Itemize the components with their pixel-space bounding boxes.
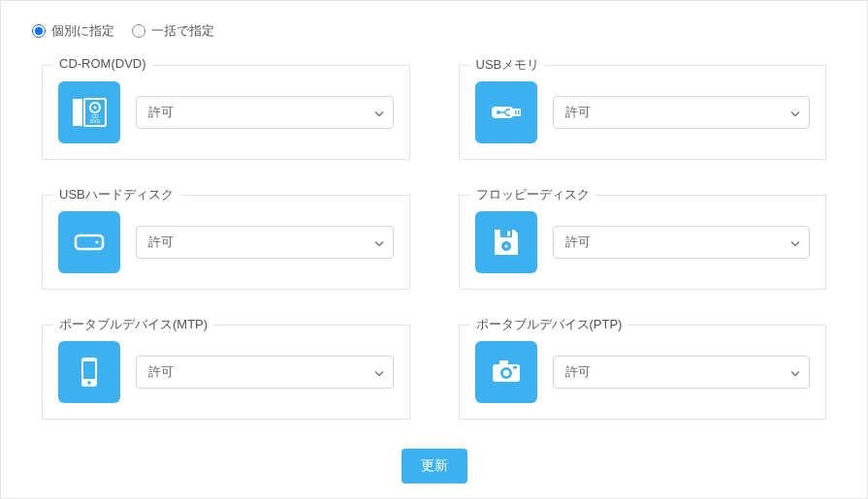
device-label: USBハードディスク [53,186,179,203]
device-card-floppy: フロッピーディスク 許可 [459,195,827,290]
svg-rect-0 [73,99,82,126]
floppy-disk-icon [475,211,537,273]
svg-text:DVD: DVD [90,118,101,124]
device-card-mtp: ポータブルデバイス(MTP) 許可 [42,325,410,420]
svg-rect-14 [507,232,510,236]
svg-rect-9 [518,110,520,114]
device-cdrom-select[interactable]: 許可 [136,96,394,129]
device-cards-grid: CD-ROM(DVD) CD DVD 許可 [32,65,836,420]
svg-rect-24 [513,366,517,369]
select-value: 許可 [148,363,174,381]
button-row: 更新 [32,449,836,483]
device-card-usbmem: USBメモリ 許可 [459,65,827,160]
device-usbhdd-select[interactable]: 許可 [136,226,394,259]
mode-radio-group: 個別に指定 一括で指定 [32,22,836,40]
svg-rect-13 [500,230,512,237]
select-value: 許可 [565,104,591,121]
svg-rect-21 [499,360,508,365]
mode-batch-label: 一括で指定 [151,22,214,40]
radio-icon [132,24,145,38]
svg-rect-7 [513,109,521,116]
device-card-ptp: ポータブルデバイス(PTP) 許可 [459,325,827,420]
device-label: CD-ROM(DVD) [53,56,152,71]
select-value: 許可 [148,234,174,251]
device-card-cdrom: CD-ROM(DVD) CD DVD 許可 [42,65,410,160]
svg-point-19 [87,381,91,385]
usb-memory-icon [475,81,537,143]
device-label: USBメモリ [470,56,546,74]
select-value: 許可 [148,104,174,121]
svg-point-16 [504,244,507,247]
update-button[interactable]: 更新 [402,449,467,483]
smartphone-icon [58,341,120,403]
svg-point-23 [502,370,508,376]
mode-batch-radio[interactable]: 一括で指定 [132,22,214,40]
mode-individual-label: 個別に指定 [51,22,114,40]
device-card-usbhdd: USBハードディスク 許可 [42,195,410,290]
device-label: フロッピーディスク [470,186,595,203]
select-value: 許可 [565,234,591,251]
svg-point-3 [94,107,97,109]
device-ptp-select[interactable]: 許可 [553,356,811,389]
svg-rect-11 [76,235,103,249]
radio-icon [32,24,46,38]
device-label: ポータブルデバイス(PTP) [470,316,628,333]
camera-icon [475,341,537,403]
svg-rect-18 [83,361,95,379]
select-value: 許可 [565,363,591,381]
device-mtp-select[interactable]: 許可 [136,356,394,389]
device-floppy-select[interactable]: 許可 [553,226,811,259]
cdrom-icon: CD DVD [58,81,120,143]
mode-individual-radio[interactable]: 個別に指定 [32,22,114,40]
hard-disk-icon [58,211,120,273]
device-label: ポータブルデバイス(MTP) [53,316,213,333]
device-usbmem-select[interactable]: 許可 [553,96,811,129]
svg-rect-8 [515,110,517,114]
svg-point-12 [95,240,98,243]
